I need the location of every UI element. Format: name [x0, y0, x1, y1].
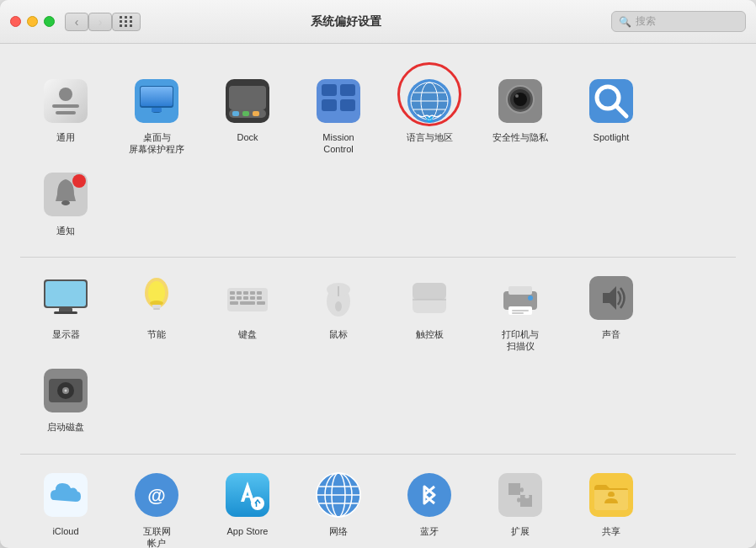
svg-point-81 [65, 390, 67, 392]
pref-startup[interactable]: 启动磁盘 [20, 359, 111, 439]
printers-icon [497, 274, 544, 322]
svg-rect-59 [257, 296, 262, 300]
icloud-icon-wrap [40, 470, 91, 520]
appstore-icon-wrap [222, 470, 273, 520]
svg-rect-48 [153, 308, 160, 310]
svg-rect-71 [508, 286, 532, 295]
pref-keyboard[interactable]: 键盘 [202, 266, 293, 359]
svg-rect-53 [250, 291, 255, 295]
bluetooth-label: 蓝牙 [420, 525, 439, 537]
internet-icon: @ [133, 471, 180, 519]
printers-icon-wrap [495, 273, 546, 323]
internet-label: 互联网帐户 [143, 525, 171, 548]
traffic-lights [10, 16, 55, 27]
svg-rect-51 [237, 291, 242, 295]
search-placeholder: 搜索 [636, 14, 656, 29]
network-label: 网络 [329, 525, 348, 537]
svg-point-31 [514, 93, 527, 106]
icloud-label: iCloud [52, 525, 78, 537]
network-icon-wrap [313, 470, 364, 520]
dock-icon [224, 77, 271, 125]
svg-point-87 [251, 497, 264, 510]
pref-spotlight[interactable]: Spotlight [566, 69, 657, 162]
pref-appstore[interactable]: App Store [202, 463, 293, 548]
svg-rect-85 [226, 473, 269, 517]
language-label: 语言与地区 [407, 131, 453, 143]
pref-mission[interactable]: MissionControl [293, 69, 384, 162]
pref-sharing[interactable]: 共享 [566, 463, 657, 548]
sharing-icon [588, 471, 635, 519]
pref-energy[interactable]: 节能 [111, 266, 202, 359]
svg-rect-12 [232, 111, 239, 116]
printers-label: 打印机与扫描仪 [502, 328, 539, 353]
main-window: ‹ › 系统偏好设置 🔍 搜索 [0, 0, 756, 548]
mission-icon [315, 77, 362, 125]
svg-rect-50 [230, 291, 235, 295]
pref-icloud[interactable]: iCloud [20, 463, 111, 548]
pref-language[interactable]: 🌐 语言与地区 [384, 69, 475, 162]
svg-rect-68 [413, 283, 446, 300]
svg-rect-58 [250, 296, 255, 300]
displays-icon-wrap [40, 273, 91, 323]
pref-extensions[interactable]: 扩展 [475, 463, 566, 548]
pref-bluetooth[interactable]: 蓝牙 [384, 463, 475, 548]
svg-rect-60 [230, 301, 238, 305]
search-bar[interactable]: 🔍 搜索 [611, 11, 746, 32]
displays-icon [42, 274, 89, 322]
sharing-icon-wrap [586, 470, 636, 520]
extensions-icon-wrap [495, 470, 546, 520]
sound-label: 声音 [602, 328, 620, 340]
svg-rect-18 [322, 99, 337, 111]
pref-general[interactable]: 通用 [20, 69, 111, 162]
startup-label: 启动磁盘 [47, 421, 84, 433]
pref-desktop[interactable]: 桌面与屏幕保护程序 [111, 69, 202, 162]
svg-rect-96 [498, 473, 542, 517]
svg-point-66 [335, 301, 342, 311]
trackpad-icon-wrap [404, 273, 455, 323]
close-button[interactable] [10, 16, 21, 27]
mouse-label: 鼠标 [329, 328, 348, 340]
svg-rect-47 [152, 305, 161, 308]
mouse-icon [315, 274, 362, 322]
maximize-button[interactable] [44, 16, 55, 27]
svg-rect-16 [322, 84, 337, 96]
svg-point-32 [515, 94, 519, 98]
pref-network[interactable]: 网络 [293, 463, 384, 548]
svg-rect-61 [240, 301, 255, 305]
svg-rect-19 [340, 99, 355, 111]
trackpad-label: 触控板 [416, 328, 444, 340]
svg-rect-6 [141, 87, 173, 106]
svg-rect-13 [242, 111, 249, 116]
icloud-icon [42, 471, 89, 519]
mouse-icon-wrap [313, 273, 364, 323]
titlebar: ‹ › 系统偏好设置 🔍 搜索 [0, 0, 756, 44]
dock-label: Dock [237, 131, 258, 143]
pref-trackpad[interactable]: 触控板 [384, 266, 475, 359]
svg-rect-43 [54, 311, 77, 314]
pref-internet[interactable]: @ 互联网帐户 [111, 463, 202, 548]
svg-rect-73 [512, 310, 529, 311]
pref-mouse[interactable]: 鼠标 [293, 266, 384, 359]
pref-notifications[interactable]: 通知 [20, 162, 111, 243]
pref-security[interactable]: 安全性与隐私 [475, 69, 566, 162]
startup-icon-wrap [40, 365, 91, 416]
energy-label: 节能 [147, 328, 166, 340]
svg-rect-74 [512, 312, 524, 314]
pref-printers[interactable]: 打印机与扫描仪 [475, 266, 566, 359]
svg-rect-10 [229, 86, 266, 109]
energy-icon [133, 274, 180, 322]
bluetooth-icon-wrap [404, 470, 455, 520]
security-icon [497, 77, 544, 125]
svg-point-75 [528, 295, 533, 301]
mission-label: MissionControl [322, 131, 354, 156]
minimize-button[interactable] [27, 16, 38, 27]
back-icon: ‹ [75, 15, 79, 29]
pref-displays[interactable]: 显示器 [20, 266, 111, 359]
pref-dock[interactable]: Dock [202, 69, 293, 162]
svg-rect-14 [253, 111, 259, 116]
svg-rect-57 [243, 296, 248, 300]
pref-sound[interactable]: 声音 [566, 266, 657, 359]
dock-icon-wrap [222, 76, 273, 126]
startup-icon [42, 367, 89, 414]
spotlight-icon [588, 77, 635, 125]
